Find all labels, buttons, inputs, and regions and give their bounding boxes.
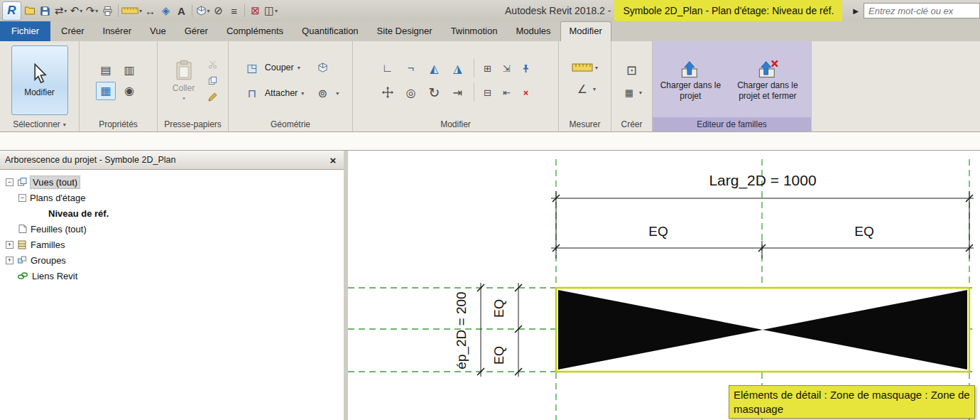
trim-button[interactable]: ⇥ bbox=[448, 83, 468, 102]
tree-item-families[interactable]: + Familles bbox=[0, 237, 344, 252]
family-types-button[interactable]: ▥ bbox=[119, 61, 139, 80]
infocenter-expand-icon[interactable]: ▶ bbox=[853, 7, 859, 15]
tab-inserer[interactable]: Insérer bbox=[94, 21, 141, 41]
undo-dropdown-icon[interactable]: ▾ bbox=[80, 8, 82, 14]
tree-label-sheets[interactable]: Feuilles (tout) bbox=[31, 224, 87, 235]
expander-floor-plans[interactable]: − bbox=[18, 194, 26, 202]
tree-label-ref-level[interactable]: Niveau de réf. bbox=[48, 208, 109, 219]
tree-label-families[interactable]: Familles bbox=[31, 239, 65, 250]
align-button[interactable]: ∟ bbox=[378, 59, 398, 77]
search-input[interactable] bbox=[864, 3, 980, 18]
extend-button[interactable]: ⇤ bbox=[499, 85, 515, 99]
aligned-dimension-icon[interactable]: ↔ bbox=[143, 2, 158, 19]
tree-label-groups[interactable]: Groupes bbox=[31, 255, 66, 266]
tab-site-designer[interactable]: Site Designer bbox=[368, 21, 442, 41]
section-icon[interactable]: ⊘ bbox=[211, 2, 226, 19]
copy-button[interactable] bbox=[205, 73, 221, 87]
thin-lines-icon[interactable]: ≡ bbox=[227, 2, 241, 19]
move-button[interactable] bbox=[378, 83, 398, 102]
cut-clipboard-button[interactable] bbox=[205, 57, 221, 71]
load-into-project-button[interactable]: Charger dans le projet bbox=[656, 60, 725, 102]
tab-vue[interactable]: Vue bbox=[141, 21, 175, 41]
load-into-project-close-button[interactable]: Charger dans le projet et fermer bbox=[728, 60, 807, 102]
split-button[interactable]: ⊟ bbox=[480, 85, 496, 99]
project-browser-header[interactable]: Arborescence du projet - Symbole 2D_Plan… bbox=[0, 151, 344, 170]
tree-item-floor-plans[interactable]: − Plans d'étage bbox=[0, 190, 344, 205]
angle-dropdown-icon[interactable]: ▾ bbox=[593, 86, 596, 92]
close-icon[interactable]: × bbox=[327, 154, 339, 166]
cut-box-button[interactable] bbox=[313, 58, 333, 77]
print-icon[interactable] bbox=[100, 2, 115, 19]
modify-select-button[interactable]: Modifier bbox=[11, 45, 68, 115]
tab-modules[interactable]: Modules bbox=[506, 21, 560, 41]
visibility-button[interactable]: ◉ bbox=[119, 82, 139, 100]
panel-label-selectionner[interactable]: Sélectionner▾ bbox=[0, 117, 79, 131]
text-icon[interactable]: A bbox=[174, 2, 189, 19]
cut-geometry-button[interactable]: ◳ bbox=[242, 58, 262, 77]
measure-dropdown-icon[interactable]: ▾ bbox=[139, 8, 142, 14]
create-similar-button[interactable]: ⊡ bbox=[622, 61, 642, 80]
join-dropdown-icon[interactable]: ▾ bbox=[336, 90, 339, 97]
offset-button[interactable]: ◎ bbox=[401, 83, 421, 102]
sync-dropdown-icon[interactable]: ▾ bbox=[64, 8, 67, 14]
view-3d-dropdown-icon[interactable]: ▾ bbox=[207, 8, 210, 14]
expander-views[interactable]: − bbox=[6, 178, 13, 186]
tree-item-views[interactable]: − Vues (tout) bbox=[0, 174, 344, 190]
dimension-eq-right-text[interactable]: EQ bbox=[854, 224, 873, 239]
angle-button[interactable]: ∠▾ bbox=[574, 80, 596, 98]
expander-families[interactable]: + bbox=[6, 241, 13, 249]
measure-tool-dropdown-icon[interactable]: ▾ bbox=[595, 65, 598, 71]
undo-icon[interactable]: ↶▾ bbox=[69, 2, 84, 19]
close-hidden-windows-icon[interactable]: ⊠ bbox=[248, 2, 263, 19]
revit-logo[interactable]: R bbox=[2, 1, 21, 21]
sync-icon[interactable]: ⇄▾ bbox=[53, 2, 68, 19]
measure-icon[interactable]: ▾ bbox=[121, 2, 142, 19]
match-properties-button[interactable] bbox=[205, 90, 221, 104]
create-group-dropdown-icon[interactable]: ▾ bbox=[639, 90, 642, 96]
create-group-button[interactable]: ▦▾ bbox=[621, 85, 642, 99]
save-icon[interactable] bbox=[38, 2, 53, 19]
couper-label[interactable]: Couper bbox=[265, 63, 294, 72]
tree-label-floor-plans[interactable]: Plans d'étage bbox=[30, 193, 85, 203]
open-icon[interactable] bbox=[22, 2, 37, 19]
tag-icon[interactable]: ◈ bbox=[158, 2, 173, 19]
masking-region-bowtie[interactable] bbox=[556, 288, 969, 372]
dimension-eq-bottom-text[interactable]: EQ bbox=[492, 346, 506, 365]
dimension-eq-left-text[interactable]: EQ bbox=[648, 224, 668, 239]
attacher-label[interactable]: Attacher bbox=[265, 88, 298, 98]
dimension-larg-2d-text[interactable]: Larg_2D = 1000 bbox=[709, 172, 816, 189]
tab-fichier[interactable]: Fichier bbox=[0, 21, 50, 41]
tree-item-ref-level[interactable]: Niveau de réf. bbox=[0, 205, 344, 221]
dimension-ep-2d-text[interactable]: ép_2D = 200 bbox=[454, 291, 469, 369]
paste-button[interactable]: Coller ▾ bbox=[165, 46, 202, 114]
tree-item-groups[interactable]: + Groupes bbox=[0, 252, 344, 268]
join-button[interactable]: ⊚ bbox=[312, 84, 332, 102]
attacher-dropdown-icon[interactable]: ▾ bbox=[301, 90, 304, 97]
tab-complements[interactable]: Compléments bbox=[217, 21, 293, 41]
paste-dropdown-icon[interactable]: ▾ bbox=[183, 95, 185, 102]
array-button[interactable]: ⊞ bbox=[480, 61, 496, 75]
expander-groups[interactable]: + bbox=[6, 257, 13, 264]
tab-quantification[interactable]: Quantification bbox=[293, 21, 368, 41]
couper-dropdown-icon[interactable]: ▾ bbox=[298, 65, 300, 71]
tree-label-views[interactable]: Vues (tout) bbox=[31, 176, 80, 188]
tab-twinmotion[interactable]: Twinmotion bbox=[442, 21, 507, 41]
delete-button[interactable]: × bbox=[518, 85, 534, 99]
view-3d-icon[interactable]: ▾ bbox=[195, 2, 210, 19]
tab-gerer[interactable]: Gérer bbox=[175, 21, 217, 41]
measure-button[interactable]: ▾ bbox=[572, 63, 598, 72]
family-category-button[interactable]: ▤ bbox=[96, 61, 116, 80]
mirror-axis-button[interactable]: ◮ bbox=[448, 59, 468, 77]
selectionner-dropdown-icon[interactable]: ▾ bbox=[63, 122, 66, 128]
redo-dropdown-icon[interactable]: ▾ bbox=[95, 8, 98, 14]
mirror-pick-button[interactable]: ◭ bbox=[425, 59, 445, 77]
switch-windows-dropdown-icon[interactable]: ▾ bbox=[275, 8, 278, 14]
tree-item-links[interactable]: Liens Revit bbox=[0, 268, 344, 284]
dimension-eq-top-text[interactable]: EQ bbox=[492, 299, 506, 318]
tree-label-links[interactable]: Liens Revit bbox=[32, 271, 77, 281]
rotate-button[interactable]: ↻ bbox=[425, 83, 445, 102]
redo-icon[interactable]: ↷▾ bbox=[85, 2, 99, 19]
pin-button[interactable] bbox=[518, 61, 534, 75]
cope-button[interactable]: ¬ bbox=[401, 59, 421, 77]
drawing-canvas[interactable]: Larg_2D = 1000 EQ EQ ép_2D = 200 EQ EQ bbox=[348, 151, 980, 420]
